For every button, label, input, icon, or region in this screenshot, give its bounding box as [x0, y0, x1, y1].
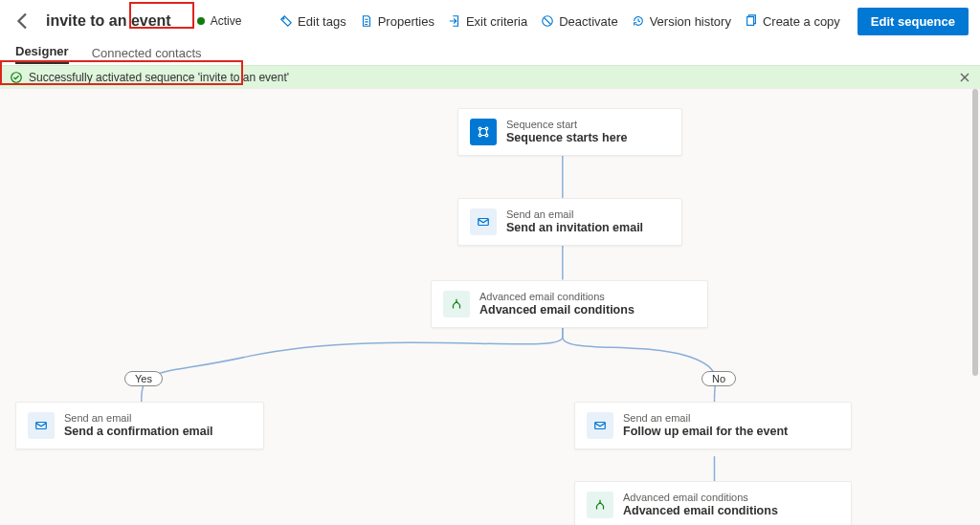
close-icon — [957, 70, 972, 85]
svg-rect-8 — [479, 219, 489, 226]
arrow-left-icon — [11, 10, 34, 33]
node-title: Send a confirmation email — [64, 425, 213, 439]
node-title: Advanced email conditions — [623, 504, 778, 518]
exit-criteria-button[interactable]: Exit criteria — [448, 14, 527, 29]
edit-sequence-button[interactable]: Edit sequence — [858, 8, 969, 35]
deactivate-icon — [541, 14, 554, 28]
success-banner: Successfully activated sequence 'invite … — [0, 65, 980, 88]
tag-icon — [279, 14, 293, 28]
node-send-invitation-email[interactable]: Send an email Send an invitation email — [457, 198, 682, 246]
branch-yes-label: Yes — [124, 371, 163, 386]
svg-point-3 — [11, 72, 22, 82]
branch-no-label: No — [702, 371, 736, 386]
back-button[interactable] — [11, 10, 34, 33]
command-bar: Edit tags Properties Exit criteria Deact… — [279, 8, 969, 35]
node-subtitle: Send an email — [623, 412, 788, 425]
node-subtitle: Send an email — [506, 208, 643, 221]
svg-rect-10 — [595, 423, 606, 429]
email-icon — [28, 412, 55, 439]
node-title: Advanced email conditions — [479, 303, 635, 317]
banner-close-button[interactable] — [957, 70, 972, 85]
email-icon — [470, 208, 497, 235]
success-check-icon — [10, 71, 23, 84]
history-icon — [632, 14, 645, 28]
deactivate-button[interactable]: Deactivate — [541, 14, 617, 29]
banner-message: Successfully activated sequence 'invite … — [29, 71, 289, 84]
email-icon — [587, 412, 613, 439]
create-copy-button[interactable]: Create a copy — [745, 14, 840, 29]
tab-connected-contacts[interactable]: Connected contacts — [92, 46, 202, 64]
condition-icon — [443, 291, 470, 317]
page-title: invite to an event — [46, 12, 171, 30]
node-advanced-conditions-2[interactable]: Advanced email conditions Advanced email… — [574, 481, 852, 525]
designer-canvas[interactable]: Sequence start Sequence starts here Send… — [0, 88, 980, 525]
node-title: Send an invitation email — [506, 221, 643, 235]
svg-rect-9 — [36, 423, 47, 429]
status-pill: Active — [187, 11, 253, 31]
node-subtitle: Sequence start — [506, 119, 627, 131]
node-sequence-start[interactable]: Sequence start Sequence starts here — [457, 108, 682, 156]
header-bar: invite to an event Active Edit tags Prop… — [0, 0, 980, 42]
tab-strip: Designer Connected contacts — [0, 42, 980, 65]
node-subtitle: Advanced email conditions — [479, 291, 635, 303]
document-icon — [360, 14, 373, 28]
tab-designer[interactable]: Designer — [15, 44, 69, 64]
vertical-scrollbar[interactable] — [972, 89, 978, 376]
node-title: Follow up email for the event — [623, 425, 788, 439]
version-history-button[interactable]: Version history — [632, 14, 731, 29]
svg-point-0 — [283, 18, 284, 19]
copy-icon — [745, 14, 758, 28]
exit-icon — [448, 14, 461, 28]
properties-button[interactable]: Properties — [360, 14, 434, 29]
condition-icon — [587, 492, 613, 518]
node-subtitle: Advanced email conditions — [623, 492, 778, 504]
svg-rect-2 — [747, 17, 754, 26]
status-label: Active — [211, 14, 242, 28]
node-confirmation-email[interactable]: Send an email Send a confirmation email — [15, 402, 264, 449]
edit-tags-button[interactable]: Edit tags — [279, 14, 346, 29]
node-title: Sequence starts here — [506, 131, 627, 145]
start-icon — [470, 119, 497, 145]
status-dot-icon — [197, 17, 205, 25]
node-advanced-conditions-1[interactable]: Advanced email conditions Advanced email… — [431, 280, 708, 328]
node-followup-email[interactable]: Send an email Follow up email for the ev… — [574, 402, 852, 449]
node-subtitle: Send an email — [64, 412, 213, 425]
